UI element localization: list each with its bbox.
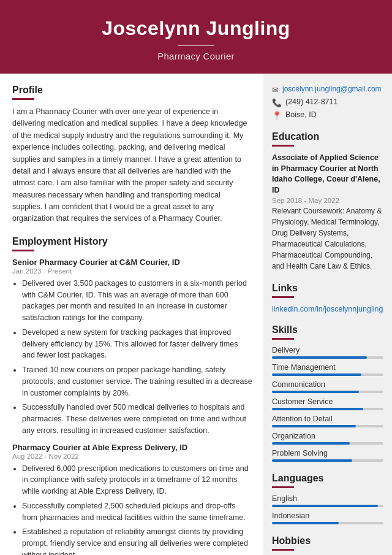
skill-time-management-label: Time Management <box>272 363 383 372</box>
header: Joscelynn Jungling Pharmacy Courier <box>0 0 392 74</box>
skills-title: Skills <box>272 324 383 335</box>
languages-section: Languages English Indonesian <box>272 473 383 524</box>
right-column: ✉ joscelynn.jungling@gmail.com 📞 (249) 4… <box>263 74 392 555</box>
job-2-bullets: Delivered 6,000 prescription medications… <box>12 463 252 556</box>
skill-delivery-fill <box>272 356 367 359</box>
resume-page: Joscelynn Jungling Pharmacy Courier Prof… <box>0 0 392 555</box>
job-1-bullets: Delivered over 3,500 packages to custome… <box>12 278 252 437</box>
employment-section: Employment History Senior Pharmacy Couri… <box>12 236 252 555</box>
skill-problem-solving: Problem Solving <box>272 449 383 462</box>
links-section: Links linkedin.com/in/joscelynnjungling <box>272 283 383 313</box>
links-divider <box>272 296 294 298</box>
job-1-dates: Jan 2023 - Present <box>12 267 252 275</box>
body: Profile I am a Pharmacy Courier with ove… <box>0 74 392 555</box>
employment-divider <box>12 250 34 251</box>
job-1-title: Senior Pharmacy Courier at C&M Courier, … <box>12 258 252 267</box>
languages-title: Languages <box>272 473 383 484</box>
contact-email-row: ✉ joscelynn.jungling@gmail.com <box>272 85 383 94</box>
job-2-title: Pharmacy Courier at Able Express Deliver… <box>12 443 252 452</box>
skill-communication: Communication <box>272 380 383 393</box>
job-2-bullet-2: Successfully completed 2,500 scheduled p… <box>22 500 252 524</box>
email-link[interactable]: joscelynn.jungling@gmail.com <box>282 85 382 93</box>
linkedin-link[interactable]: linkedin.com/in/joscelynnjungling <box>272 305 383 313</box>
lang-english-fill <box>272 505 378 507</box>
linkedin-link-row: linkedin.com/in/joscelynnjungling <box>272 304 383 313</box>
skill-communication-bar <box>272 391 383 393</box>
skill-attention-detail-bar <box>272 425 383 427</box>
header-name: Joscelynn Jungling <box>12 17 380 40</box>
lang-english: English <box>272 494 383 507</box>
job-1-bullet-1: Delivered over 3,500 packages to custome… <box>22 278 252 324</box>
contact-section: ✉ joscelynn.jungling@gmail.com 📞 (249) 4… <box>272 85 383 120</box>
profile-text: I am a Pharmacy Courier with over one ye… <box>12 106 252 225</box>
hobbies-title: Hobbies <box>272 535 383 546</box>
skill-communication-label: Communication <box>272 380 383 389</box>
skill-delivery-label: Delivery <box>272 346 383 354</box>
lang-english-bar <box>272 505 383 507</box>
profile-section: Profile I am a Pharmacy Courier with ove… <box>12 85 252 225</box>
job-1-bullet-2: Developed a new system for tracking pack… <box>22 327 252 361</box>
job-2-dates: Aug 2022 - Nov 2022 <box>12 453 252 460</box>
skill-problem-solving-bar <box>272 459 383 462</box>
job-1-bullet-4: Successfully handled over 500 medical de… <box>22 402 252 436</box>
education-divider <box>272 145 294 147</box>
contact-location-row: 📍 Boise, ID <box>272 110 383 120</box>
skill-time-management-fill <box>272 373 361 376</box>
left-column: Profile I am a Pharmacy Courier with ove… <box>0 74 263 555</box>
skill-customer-service-fill <box>272 408 363 410</box>
skill-organization: Organization <box>272 432 383 445</box>
employment-title: Employment History <box>12 236 252 247</box>
location-text: Boise, ID <box>285 110 317 119</box>
skill-problem-solving-fill <box>272 459 352 462</box>
phone-icon: 📞 <box>272 98 282 107</box>
skill-customer-service-bar <box>272 408 383 410</box>
skill-time-management-bar <box>272 373 383 376</box>
job-2-bullet-1: Delivered 6,000 prescription medications… <box>22 463 252 497</box>
header-title: Pharmacy Courier <box>12 51 380 61</box>
skill-attention-detail-fill <box>272 425 356 427</box>
skills-divider <box>272 338 294 340</box>
links-title: Links <box>272 283 383 294</box>
skill-organization-bar <box>272 442 383 445</box>
lang-indonesian-label: Indonesian <box>272 511 383 520</box>
skill-organization-label: Organization <box>272 432 383 440</box>
edu-coursework: Relevant Coursework: Anatomy & Physiolog… <box>272 205 383 272</box>
phone-text: (249) 412-8711 <box>285 98 337 106</box>
lang-indonesian-fill <box>272 522 339 524</box>
lang-english-label: English <box>272 494 383 503</box>
header-divider <box>178 45 214 46</box>
email-icon: ✉ <box>272 85 279 94</box>
job-1-bullet-3: Trained 10 new couriers on proper packag… <box>22 364 252 399</box>
job-1: Senior Pharmacy Courier at C&M Courier, … <box>12 258 252 437</box>
skills-section: Skills Delivery Time Management Communic… <box>272 324 383 462</box>
hobbies-divider <box>272 549 294 551</box>
lang-indonesian: Indonesian <box>272 511 383 524</box>
education-section: Education Associate of Applied Science i… <box>272 131 383 272</box>
job-2-bullet-3: Established a reputation of reliability … <box>22 526 252 555</box>
skill-attention-detail: Attention to Detail <box>272 415 383 427</box>
skill-organization-fill <box>272 442 350 445</box>
contact-phone-row: 📞 (249) 412-8711 <box>272 98 383 107</box>
skill-communication-fill <box>272 391 359 393</box>
edu-degree: Associate of Applied Science in Pharmacy… <box>272 153 383 196</box>
location-icon: 📍 <box>272 111 282 120</box>
skill-customer-service-label: Customer Service <box>272 397 383 406</box>
skill-attention-detail-label: Attention to Detail <box>272 415 383 423</box>
skill-customer-service: Customer Service <box>272 397 383 410</box>
job-2: Pharmacy Courier at Able Express Deliver… <box>12 443 252 556</box>
skill-delivery: Delivery <box>272 346 383 359</box>
lang-indonesian-bar <box>272 522 383 524</box>
skill-problem-solving-label: Problem Solving <box>272 449 383 457</box>
languages-divider <box>272 486 294 488</box>
hobbies-section: Hobbies <box>272 535 383 551</box>
education-title: Education <box>272 131 383 142</box>
edu-dates: Sep 2018 - May 2022 <box>272 197 383 204</box>
skill-time-management: Time Management <box>272 363 383 376</box>
skill-delivery-bar <box>272 356 383 359</box>
profile-title: Profile <box>12 85 252 96</box>
profile-divider <box>12 98 34 100</box>
